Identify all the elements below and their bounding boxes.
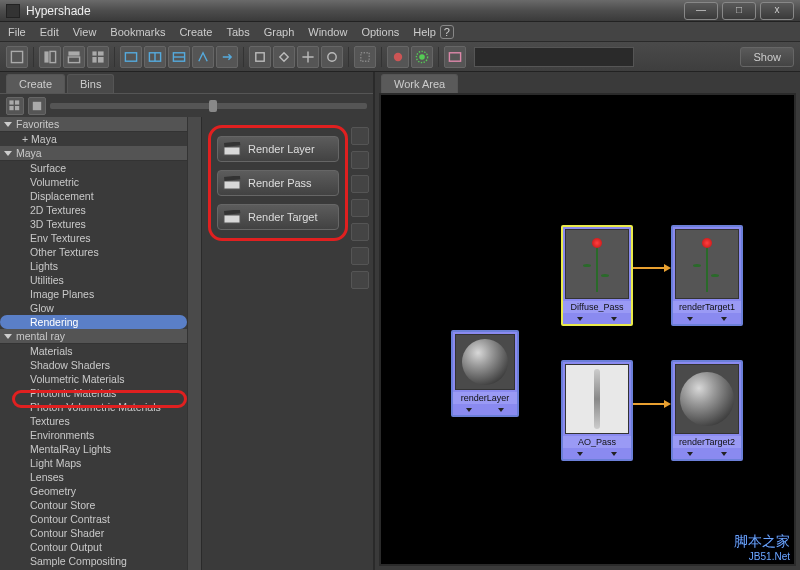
tree-item[interactable]: Photon Volumetric Materials	[0, 400, 187, 414]
svg-rect-7	[92, 57, 96, 63]
tree-item-rendering[interactable]: Rendering	[0, 315, 187, 329]
tree-item[interactable]: Image Planes	[0, 287, 187, 301]
toolbar-button[interactable]	[216, 46, 238, 68]
toolbar-button[interactable]	[63, 46, 85, 68]
render-pass-button[interactable]: Render Pass	[217, 170, 339, 196]
tree-item[interactable]: Contour Shader	[0, 526, 187, 540]
toolbar-button[interactable]	[354, 46, 376, 68]
tree-item[interactable]: MentalRay Lights	[0, 442, 187, 456]
tree-item[interactable]: Environments	[0, 428, 187, 442]
toolbar-button[interactable]	[321, 46, 343, 68]
menu-tabs[interactable]: Tabs	[226, 26, 249, 38]
tree-item[interactable]: Materials	[0, 344, 187, 358]
menu-options[interactable]: Options	[361, 26, 399, 38]
clapper-icon	[223, 210, 241, 224]
icon-size-row	[0, 93, 373, 117]
menu-file[interactable]: File	[8, 26, 26, 38]
node-type-panel: Render Layer Render Pass Render Target	[202, 117, 373, 570]
show-button[interactable]: Show	[740, 47, 794, 67]
menu-window[interactable]: Window	[308, 26, 347, 38]
menu-help[interactable]: Help?	[413, 25, 454, 39]
tree-item[interactable]: 3D Textures	[0, 217, 187, 231]
menu-create[interactable]: Create	[179, 26, 212, 38]
tool-button[interactable]	[351, 247, 369, 265]
tree-item[interactable]: 2D Textures	[0, 203, 187, 217]
tree-item[interactable]: Volumetric Materials	[0, 372, 187, 386]
node-diffuse-pass[interactable]: Diffuse_Pass	[561, 225, 633, 326]
tree-scrollbar[interactable]	[187, 117, 201, 570]
node-rendertarget1[interactable]: renderTarget1	[671, 225, 743, 326]
toolbar-button[interactable]	[120, 46, 142, 68]
menu-bookmarks[interactable]: Bookmarks	[110, 26, 165, 38]
tree-maya[interactable]: Maya	[0, 146, 187, 161]
tree-item[interactable]: Other Textures	[0, 245, 187, 259]
tree-mentalray[interactable]: mental ray	[0, 329, 187, 344]
tree-item[interactable]: Shadow Shaders	[0, 358, 187, 372]
filter-input[interactable]	[474, 47, 634, 67]
tab-bins[interactable]: Bins	[67, 74, 114, 93]
toolbar-button[interactable]	[144, 46, 166, 68]
graph-toolbuttons	[351, 127, 371, 289]
tree-item[interactable]: Lights	[0, 259, 187, 273]
main-body: Create Bins Favorites + Maya Maya Surfac…	[0, 72, 800, 570]
toolbar-button[interactable]	[411, 46, 433, 68]
toolbar-button[interactable]	[192, 46, 214, 68]
toolbar-button[interactable]	[6, 46, 28, 68]
tree-item[interactable]: Env Textures	[0, 231, 187, 245]
toolbar-button[interactable]	[249, 46, 271, 68]
svg-rect-3	[68, 51, 79, 55]
toolbar-button[interactable]	[273, 46, 295, 68]
tree-item[interactable]: Glow	[0, 301, 187, 315]
small-icons-button[interactable]	[6, 97, 24, 115]
tree-item[interactable]: Contour Output	[0, 540, 187, 554]
toolbar-button[interactable]	[297, 46, 319, 68]
tree-item[interactable]: Volumetric	[0, 175, 187, 189]
tree-item[interactable]: Contour Contrast	[0, 512, 187, 526]
tab-work-area[interactable]: Work Area	[381, 74, 458, 93]
tree-item[interactable]: Sample Compositing	[0, 554, 187, 568]
large-icons-button[interactable]	[28, 97, 46, 115]
tool-button[interactable]	[351, 199, 369, 217]
tree-item[interactable]: Lenses	[0, 470, 187, 484]
tool-button[interactable]	[351, 223, 369, 241]
tree-item[interactable]: Contour Store	[0, 498, 187, 512]
tool-button[interactable]	[351, 175, 369, 193]
icon-size-slider[interactable]	[50, 103, 367, 109]
tree-maya-plus[interactable]: + Maya	[0, 132, 187, 146]
tree-item[interactable]: Photonic Materials	[0, 386, 187, 400]
tree-item[interactable]: Light Maps	[0, 456, 187, 470]
node-renderlayer[interactable]: renderLayer	[451, 330, 519, 417]
menubar: File Edit View Bookmarks Create Tabs Gra…	[0, 22, 800, 42]
menu-edit[interactable]: Edit	[40, 26, 59, 38]
toolbar-button[interactable]	[168, 46, 190, 68]
tool-button[interactable]	[351, 127, 369, 145]
tree-item[interactable]: Utilities	[0, 273, 187, 287]
render-target-button[interactable]: Render Target	[217, 204, 339, 230]
tree-item[interactable]: Surface	[0, 161, 187, 175]
menu-view[interactable]: View	[73, 26, 97, 38]
work-area[interactable]: renderLayer Diffuse_Pass renderTarget1	[379, 93, 796, 566]
ao-thumb-icon	[594, 369, 600, 429]
node-rendertarget2[interactable]: renderTarget2	[671, 360, 743, 461]
menu-graph[interactable]: Graph	[264, 26, 295, 38]
svg-rect-9	[125, 52, 136, 60]
minimize-button[interactable]: —	[684, 2, 718, 20]
tree-item[interactable]: Geometry	[0, 484, 187, 498]
node-ao-pass[interactable]: AO_Pass	[561, 360, 633, 461]
tree-favorites[interactable]: Favorites	[0, 117, 187, 132]
toolbar-button[interactable]	[444, 46, 466, 68]
toolbar-button[interactable]	[39, 46, 61, 68]
toolbar-button[interactable]	[387, 46, 409, 68]
tree-item[interactable]: Textures	[0, 414, 187, 428]
maximize-button[interactable]: □	[722, 2, 756, 20]
tree-item[interactable]: Displacement	[0, 189, 187, 203]
svg-rect-24	[15, 106, 19, 110]
close-button[interactable]: x	[760, 2, 794, 20]
svg-point-17	[394, 52, 402, 60]
tab-create[interactable]: Create	[6, 74, 65, 93]
toolbar-button[interactable]	[87, 46, 109, 68]
tool-button[interactable]	[351, 271, 369, 289]
render-layer-button[interactable]: Render Layer	[217, 136, 339, 162]
toolbar: Show	[0, 42, 800, 72]
tool-button[interactable]	[351, 151, 369, 169]
